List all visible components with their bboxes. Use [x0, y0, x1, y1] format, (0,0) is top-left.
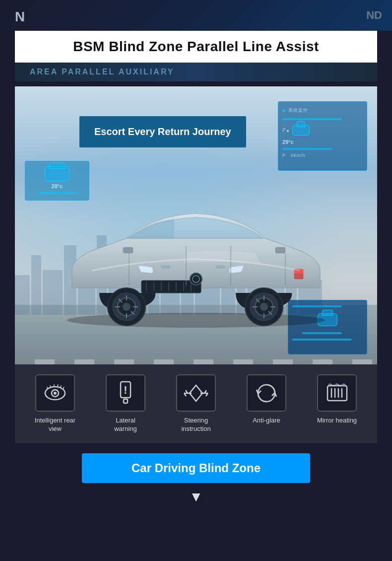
- anti-glare-label: Anti-glare: [253, 417, 280, 425]
- svg-rect-34: [275, 247, 285, 253]
- features-section: Intelligent rear view ! Lateral warning: [15, 364, 377, 443]
- svg-text:!: !: [124, 384, 127, 396]
- svg-point-9: [190, 273, 202, 285]
- hud-car-icon-right: [292, 125, 310, 136]
- steering-instruction-icon-box: [176, 374, 216, 412]
- svg-line-44: [61, 385, 61, 388]
- car-svg-container: [42, 189, 350, 330]
- hud-bar-3: [282, 148, 332, 150]
- svg-rect-52: [327, 386, 347, 401]
- hud-right-display: 系统监控 P■ 29°c P 0km/h: [278, 101, 367, 171]
- svg-point-26: [260, 303, 268, 311]
- svg-line-45: [63, 387, 64, 389]
- svg-rect-48: [124, 399, 128, 403]
- feature-item-anti-glare: Anti-glare: [231, 374, 302, 425]
- escort-text: Escort Every Return Journey: [94, 126, 231, 137]
- svg-rect-33: [123, 247, 133, 253]
- feature-item-steering-instruction: Steering instruction: [161, 374, 231, 433]
- mirror-heating-label: Mirror heating: [317, 417, 357, 425]
- svg-line-40: [47, 387, 48, 389]
- mirror-heating-icon: [324, 382, 351, 404]
- hud-right-temp: 29°c: [282, 139, 363, 145]
- logo: N: [15, 9, 26, 24]
- cta-section: Car Driving Blind Zone ▼: [0, 443, 392, 510]
- warning-icon: !: [116, 381, 135, 406]
- feature-item-mirror-heating: Mirror heating: [302, 374, 372, 425]
- road-markings: [15, 359, 377, 364]
- svg-point-16: [123, 303, 131, 311]
- subtitle-text: AREA PARALLEL AUXILIARY: [30, 68, 175, 76]
- hud-p-label: P■: [282, 128, 289, 133]
- hud-bar-br-2: [302, 332, 342, 334]
- car-image-section: 28°c 系统监控 P■ 29°c P 0km/h: [15, 86, 377, 364]
- mirror-heating-icon-box: [317, 374, 357, 412]
- feature-item-lateral-warning: ! Lateral warning: [90, 374, 161, 433]
- eye-icon: [43, 383, 67, 403]
- svg-rect-11: [161, 266, 170, 268]
- header-section: N ND: [0, 0, 392, 31]
- page-title: BSM Blind Zone Parallel Line Assist: [25, 39, 367, 55]
- steering-instruction-label: Steering instruction: [175, 417, 217, 433]
- hud-text-2: P 0km/h: [282, 153, 363, 158]
- steering-icon: [183, 383, 210, 403]
- cta-arrow: ▼: [189, 489, 203, 505]
- page-title-container: BSM Blind Zone Parallel Line Assist: [15, 31, 377, 63]
- svg-line-41: [50, 385, 51, 388]
- subtitle-bar: AREA PARALLEL AUXILIARY: [15, 63, 377, 81]
- escort-banner: Escort Every Return Journey: [79, 116, 246, 147]
- hud-car-icon-left: [45, 166, 69, 181]
- hud-row-2: P■: [282, 125, 363, 136]
- lateral-warning-icon-box: !: [106, 374, 145, 412]
- feature-item-intelligent-rear-view: Intelligent rear view: [20, 374, 90, 433]
- lateral-warning-label: Lateral warning: [105, 417, 147, 433]
- intelligent-rear-view-label: Intelligent rear view: [34, 417, 76, 433]
- intelligent-rear-view-icon-box: [35, 374, 75, 412]
- anti-glare-icon: [254, 381, 279, 406]
- svg-point-39: [54, 392, 57, 395]
- hud-right-content: 系统监控 P■ 29°c P 0km/h: [282, 106, 363, 158]
- cta-button[interactable]: Car Driving Blind Zone: [82, 453, 310, 483]
- svg-line-43: [58, 384, 58, 387]
- hud-row-1: 系统监控: [282, 107, 363, 114]
- nd-label: ND: [366, 9, 382, 22]
- car-svg: [42, 189, 350, 328]
- hud-dot: [282, 109, 285, 112]
- svg-rect-12: [216, 266, 225, 268]
- hud-bar-2: [282, 118, 342, 120]
- svg-point-0: [67, 313, 325, 328]
- anti-glare-icon-box: [247, 374, 286, 412]
- hud-text-1: 系统监控: [288, 107, 308, 114]
- hud-bar-br-3: [292, 339, 352, 341]
